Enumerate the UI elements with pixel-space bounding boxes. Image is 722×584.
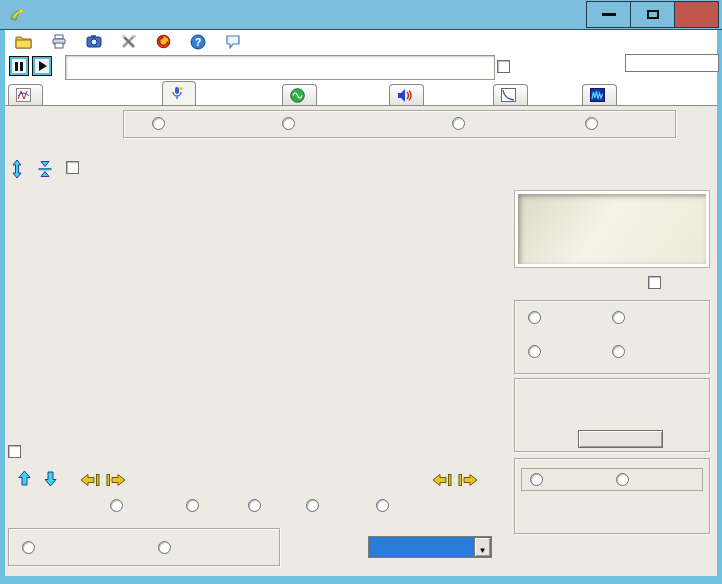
help-icon: ? <box>190 34 206 50</box>
dropdown-arrow-icon[interactable] <box>474 537 491 557</box>
exposure-begin-option[interactable] <box>530 473 548 486</box>
weighting-a-option[interactable] <box>282 117 300 130</box>
stat-row-min <box>527 414 585 432</box>
tab-oscilloscope[interactable] <box>282 84 317 105</box>
range-auto-option[interactable] <box>648 276 666 289</box>
tab-frequency-response[interactable] <box>8 84 43 105</box>
weighting-none-radio[interactable] <box>152 117 165 130</box>
vu-meter <box>514 190 710 268</box>
menu-generator[interactable] <box>156 34 176 49</box>
pan-right-right-icon[interactable] <box>457 473 478 491</box>
frequency-response-icon <box>16 88 31 102</box>
exposure-end-option[interactable] <box>616 473 634 486</box>
minimize-button[interactable] <box>586 1 631 28</box>
speed-impulse-radio[interactable] <box>376 499 389 512</box>
scale-down-arrow-icon[interactable] <box>42 470 59 491</box>
pan-right-icon[interactable] <box>105 473 126 491</box>
tab-reverb-etc[interactable] <box>493 84 528 105</box>
reverb-icon <box>501 88 516 102</box>
reset-button[interactable] <box>578 430 663 448</box>
close-button[interactable] <box>674 1 719 28</box>
speed-slowest-radio[interactable] <box>110 499 123 512</box>
attenuator-checkbox[interactable] <box>497 60 510 73</box>
play-icon <box>39 61 47 71</box>
smoothing-selected-value <box>369 537 474 557</box>
speed-slow-radio[interactable] <box>186 499 199 512</box>
damping-slowest-radio[interactable] <box>528 311 541 324</box>
tab-spl-spectrum[interactable] <box>162 81 196 105</box>
exposure-begin-radio[interactable] <box>530 473 543 486</box>
camera-icon <box>86 34 102 49</box>
input-gain-field[interactable] <box>625 54 719 72</box>
menu-snap[interactable] <box>86 34 107 49</box>
speed-slow-option[interactable] <box>186 499 204 512</box>
tab-h-distortion[interactable] <box>389 84 424 105</box>
pause-icon <box>15 62 23 71</box>
range-auto-checkbox[interactable] <box>648 276 661 289</box>
weighting-c-option[interactable] <box>585 117 603 130</box>
svg-text:?: ? <box>195 36 201 48</box>
speed-fast-radio[interactable] <box>248 499 261 512</box>
maximize-button[interactable] <box>630 1 675 28</box>
menu-config[interactable] <box>121 34 142 49</box>
control-row <box>5 53 717 82</box>
attenuator-checkbox-row[interactable] <box>497 60 515 73</box>
speed-fast-option[interactable] <box>248 499 266 512</box>
spectral-contam-checkbox[interactable] <box>66 161 79 174</box>
window-border-right <box>717 30 722 576</box>
menu-bar: ? <box>5 30 717 53</box>
tools-icon <box>121 34 137 49</box>
bass-decay-icon <box>590 88 605 102</box>
app-window: ? <box>0 0 722 584</box>
weighting-none-option[interactable] <box>152 117 170 130</box>
minimize-icon <box>602 13 616 16</box>
pan-left-right-icon[interactable] <box>432 473 453 491</box>
damping-slow-option[interactable] <box>528 345 546 358</box>
damping-impulse-radio[interactable] <box>612 345 625 358</box>
smoothing-dropdown[interactable] <box>368 536 492 558</box>
mode-fft-option[interactable] <box>22 541 40 554</box>
menu-file[interactable] <box>15 34 37 49</box>
app-icon <box>9 7 25 23</box>
menu-help[interactable]: ? <box>190 34 211 50</box>
vu-meter-face <box>518 194 706 264</box>
weighting-b-radio[interactable] <box>452 117 465 130</box>
folder-icon <box>15 34 32 49</box>
expand-vertical-icon[interactable] <box>8 160 26 182</box>
window-border-left <box>0 30 5 576</box>
scale-up-arrow-icon[interactable] <box>16 470 33 491</box>
pause-button[interactable] <box>9 56 29 76</box>
weighting-c-radio[interactable] <box>585 117 598 130</box>
menu-about[interactable] <box>225 34 246 49</box>
distortion-icon <box>397 88 412 103</box>
play-button[interactable] <box>32 56 52 76</box>
damping-slowest-option[interactable] <box>528 311 546 324</box>
exposure-radio-box <box>521 468 703 491</box>
tab-strip <box>5 82 717 106</box>
damping-fast-option[interactable] <box>612 311 630 324</box>
speed-fastest-option[interactable] <box>306 499 324 512</box>
exposure-end-radio[interactable] <box>616 473 629 486</box>
maximize-icon <box>647 10 659 19</box>
damping-fast-radio[interactable] <box>612 311 625 324</box>
mode-fft-radio[interactable] <box>22 541 35 554</box>
weighting-b-option[interactable] <box>452 117 470 130</box>
printer-icon <box>51 34 67 49</box>
menu-print[interactable] <box>51 34 72 49</box>
mode-rta-radio[interactable] <box>158 541 171 554</box>
tab-bass-decay[interactable] <box>582 84 617 105</box>
speed-slowest-option[interactable] <box>110 499 128 512</box>
spectrum-chart[interactable] <box>38 178 512 486</box>
title-bar <box>0 0 722 30</box>
damping-slow-radio[interactable] <box>528 345 541 358</box>
speed-impulse-option[interactable] <box>376 499 394 512</box>
auto-scale-checkbox[interactable] <box>8 445 21 458</box>
monitor-banner <box>65 55 495 80</box>
spectral-contam-option[interactable] <box>66 161 84 174</box>
pan-left-icon[interactable] <box>80 473 101 491</box>
damping-impulse-option[interactable] <box>612 345 630 358</box>
mode-rta-option[interactable] <box>158 541 176 554</box>
auto-scale-option[interactable] <box>8 445 26 458</box>
weighting-a-radio[interactable] <box>282 117 295 130</box>
speed-fastest-radio[interactable] <box>306 499 319 512</box>
